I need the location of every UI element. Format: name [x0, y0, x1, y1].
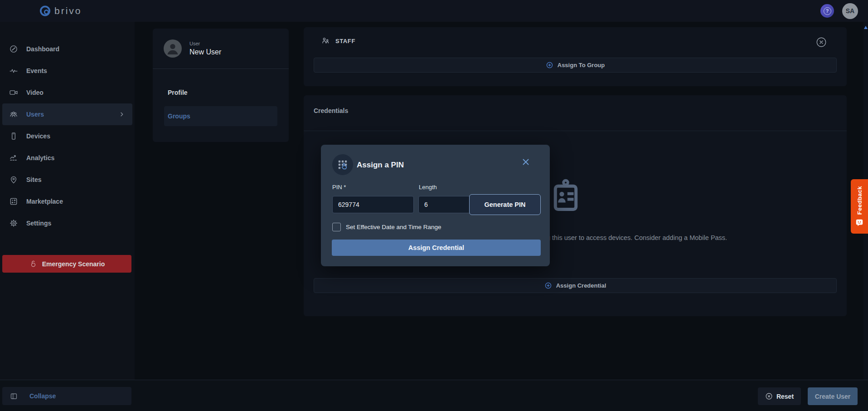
group-icon: [321, 36, 330, 46]
plus-circle-icon: [544, 282, 552, 289]
question-mark-icon: ?: [824, 7, 831, 15]
topbar: brivo ? SA: [0, 0, 868, 22]
menu-item-profile[interactable]: Profile: [164, 83, 277, 103]
effective-date-checkbox[interactable]: [332, 223, 341, 231]
sidebar-item-label: Sites: [26, 176, 41, 183]
sidebar-item-label: Devices: [26, 132, 50, 140]
sidebar-item-label: Users: [26, 111, 44, 118]
length-input[interactable]: [418, 196, 472, 213]
smiley-bubble-icon: [855, 219, 863, 227]
sidebar-item-users[interactable]: Users: [2, 103, 132, 125]
person-icon: [164, 39, 182, 58]
account-avatar[interactable]: SA: [842, 3, 858, 19]
group-name: STAFF: [335, 38, 355, 44]
marketplace-icon: [9, 197, 18, 206]
keypad-icon: [332, 154, 353, 175]
create-user-button[interactable]: Create User: [808, 387, 858, 405]
plus-circle-icon: [546, 61, 553, 69]
footer-bar: Collapse Reset Create User: [0, 380, 868, 411]
scroll-up-arrow-icon[interactable]: [864, 26, 868, 29]
feedback-label: Feedback: [856, 186, 863, 215]
credential-badge-icon: [552, 178, 580, 214]
assign-to-group-button[interactable]: Assign To Group: [314, 58, 837, 73]
sidebar-item-label: Settings: [26, 220, 51, 227]
sidebar-item-devices[interactable]: Devices: [2, 125, 132, 147]
video-icon: [9, 88, 18, 97]
assign-credential-bar-label: Assign Credential: [556, 282, 606, 289]
sidebar-item-label: Dashboard: [26, 45, 59, 53]
chevron-right-icon: [118, 111, 126, 118]
assign-to-group-label: Assign To Group: [558, 62, 605, 68]
brivo-logo-icon: [39, 5, 51, 17]
events-icon: [9, 66, 18, 75]
brivo-logo: brivo: [39, 5, 82, 17]
sidebar-item-settings[interactable]: Settings: [2, 212, 132, 234]
sidebar-item-dashboard[interactable]: Dashboard: [2, 38, 132, 60]
reset-button[interactable]: Reset: [758, 387, 801, 405]
app-root: brivo ? SA Dashboard Events Video: [0, 0, 868, 411]
sidebar-item-label: Analytics: [26, 154, 54, 161]
group-card-header: STAFF: [321, 36, 847, 46]
reset-label: Reset: [776, 393, 794, 400]
user-name: New User: [189, 48, 221, 56]
remove-group-button[interactable]: [815, 36, 827, 48]
user-role-label: User: [189, 41, 221, 46]
sidebar-item-label: Marketplace: [26, 198, 63, 205]
sites-icon: [9, 175, 18, 184]
credentials-empty-text: g this user to access devices. Consider …: [547, 234, 727, 241]
sidebar-item-events[interactable]: Events: [2, 60, 132, 82]
sidebar-nav: Dashboard Events Video Users Devices: [0, 22, 135, 234]
emergency-scenario-button[interactable]: Emergency Scenario: [2, 255, 131, 273]
assign-credential-submit-button[interactable]: Assign Credential: [332, 240, 541, 256]
collapse-panel-icon: [10, 392, 18, 400]
generate-pin-button[interactable]: Generate PIN: [469, 194, 541, 215]
group-card-staff: STAFF Assign To Group: [304, 27, 847, 86]
user-summary-text: User New User: [189, 41, 221, 56]
sidebar-item-analytics[interactable]: Analytics: [2, 147, 132, 169]
dashboard-icon: [9, 44, 18, 54]
users-icon: [9, 110, 18, 119]
user-summary-panel: User New User Profile Groups: [153, 29, 289, 142]
analytics-icon: [9, 153, 18, 162]
help-button[interactable]: ?: [820, 4, 834, 18]
sidebar-item-label: Events: [26, 67, 47, 74]
circle-x-icon: [765, 392, 773, 400]
devices-icon: [9, 132, 18, 141]
circle-x-icon: [815, 36, 827, 48]
sidebar-item-marketplace[interactable]: Marketplace: [2, 191, 132, 212]
collapse-sidebar-button[interactable]: Collapse: [2, 387, 131, 405]
modal-close-button[interactable]: [521, 157, 531, 167]
unlock-icon: [29, 259, 38, 268]
collapse-label: Collapse: [29, 392, 56, 400]
close-x-icon: [521, 157, 531, 167]
sidebar-item-label: Video: [26, 89, 44, 96]
emergency-scenario-label: Emergency Scenario: [42, 260, 105, 268]
user-avatar: [164, 39, 182, 58]
menu-item-groups[interactable]: Groups: [164, 106, 277, 126]
pin-input[interactable]: [332, 196, 414, 213]
assign-credential-bar-button[interactable]: Assign Credential: [314, 278, 837, 293]
sidebar-item-sites[interactable]: Sites: [2, 169, 132, 191]
topbar-actions: ? SA: [820, 3, 858, 19]
sidebar-item-video[interactable]: Video: [2, 82, 132, 103]
user-summary-header: User New User: [153, 29, 289, 69]
feedback-tab[interactable]: Feedback: [851, 179, 868, 234]
credentials-divider: [304, 131, 847, 131]
user-section-menu: Profile Groups: [153, 69, 289, 126]
sidebar: Dashboard Events Video Users Devices: [0, 22, 135, 380]
settings-icon: [9, 219, 18, 228]
effective-date-checkbox-label: Set Effective Date and Time Range: [346, 224, 441, 230]
modal-title: Assign a PIN: [357, 161, 404, 170]
brivo-logo-text: brivo: [54, 5, 82, 16]
credentials-title: Credentials: [314, 107, 348, 114]
length-field-label: Length: [419, 184, 437, 191]
assign-pin-modal: Assign a PIN PIN * Length Generate PIN S…: [321, 145, 550, 266]
pin-field-label: PIN *: [332, 184, 346, 191]
